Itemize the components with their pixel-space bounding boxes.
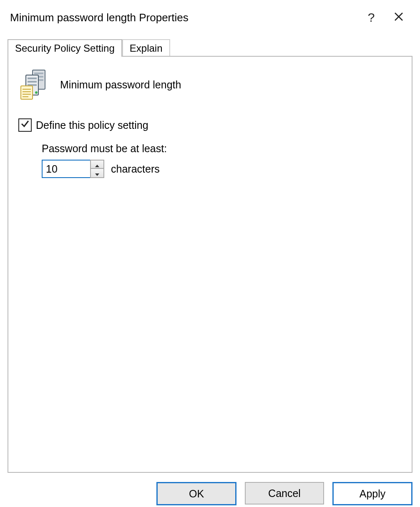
tab-explain[interactable]: Explain xyxy=(122,39,170,57)
server-policy-icon xyxy=(18,68,51,101)
checkmark-icon xyxy=(20,119,30,131)
tab-strip: Security Policy Setting Explain xyxy=(8,38,412,56)
close-button[interactable] xyxy=(385,8,412,27)
define-policy-label: Define this policy setting xyxy=(36,119,148,131)
svg-rect-5 xyxy=(28,78,37,79)
spin-down-button[interactable] xyxy=(90,169,104,178)
cancel-button[interactable]: Cancel xyxy=(245,482,324,504)
svg-rect-6 xyxy=(28,81,37,83)
window-title: Minimum password length Properties xyxy=(10,11,357,24)
help-button[interactable]: ? xyxy=(357,8,385,27)
tab-panel-security: Minimum password length Define this poli… xyxy=(8,56,412,473)
titlebar: Minimum password length Properties ? xyxy=(0,0,420,35)
svg-point-8 xyxy=(35,91,38,94)
password-length-input[interactable] xyxy=(42,160,91,178)
password-length-suffix: characters xyxy=(111,163,160,175)
apply-button[interactable]: Apply xyxy=(332,482,412,505)
password-min-label: Password must be at least: xyxy=(42,143,402,155)
password-length-stepper xyxy=(42,160,104,178)
define-policy-checkbox[interactable] xyxy=(18,118,32,132)
policy-title: Minimum password length xyxy=(60,79,181,91)
ok-button[interactable]: OK xyxy=(156,482,236,505)
dialog-button-row: OK Cancel Apply xyxy=(156,482,412,505)
chevron-down-icon xyxy=(95,167,100,179)
close-icon xyxy=(394,10,404,25)
svg-rect-1 xyxy=(34,73,43,74)
tab-security-policy-setting[interactable]: Security Policy Setting xyxy=(8,39,122,57)
svg-rect-9 xyxy=(21,86,33,99)
